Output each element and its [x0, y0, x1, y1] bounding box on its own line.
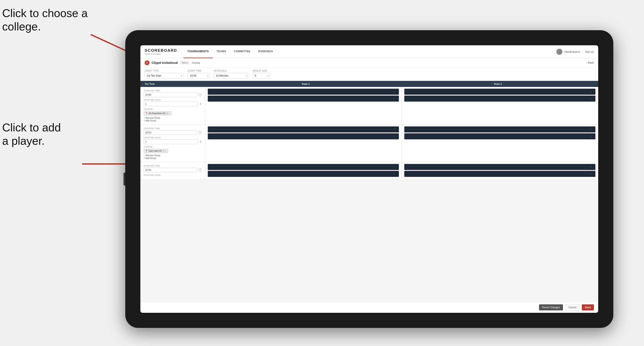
nav-tournaments[interactable]: TOURNAMENTS [184, 45, 213, 58]
hole-up-down-1[interactable]: ⇕ [200, 102, 202, 106]
group-3-left: STARTING TIME: ℹ STARTING HOLE: [140, 162, 205, 179]
group-1-team2: ✕ › ✕ › [402, 87, 598, 125]
starting-time-info-1: ℹ [198, 93, 202, 96]
col-team2: Team 2 [402, 83, 594, 85]
player-slot-3-1[interactable]: ✕ › [208, 126, 399, 133]
cancel-button[interactable]: Cancel [565, 304, 580, 311]
annotation-line4: a player. [2, 135, 45, 147]
player-slot-5-2[interactable]: ✕ › [208, 171, 399, 177]
starting-time-field-1: ℹ [144, 92, 202, 97]
player-slot-icon-chevron-1-2[interactable]: › [396, 98, 397, 100]
player-slot-icon-chevron-5-2[interactable]: › [396, 173, 397, 175]
player-slot-4-2[interactable]: ✕ › [404, 133, 596, 139]
start-type-label: Start Type [145, 70, 184, 72]
player-slot-icon-x-4-1[interactable]: ✕ [590, 128, 592, 131]
add-group-1[interactable]: + Add Group [144, 120, 202, 122]
course-tag-1[interactable]: 📍 (A) Peachtree GC ✕ › [144, 111, 172, 115]
player-slot-icon-x-5-1[interactable]: ✕ [394, 166, 395, 168]
player-slot-icon-chevron-5-1[interactable]: › [396, 166, 397, 168]
player-slot-icon-chevron-6-1[interactable]: › [593, 166, 594, 168]
player-slot-icon-x-5-2[interactable]: ✕ [394, 173, 395, 175]
starting-time-input-3[interactable] [144, 168, 197, 172]
nav-committee[interactable]: COMMITTEE [230, 45, 254, 58]
start-time-label: Start Time [188, 70, 210, 72]
table-row: STARTING TIME: ℹ STARTING HOLE: ⇕ COURSE… [140, 125, 598, 163]
tablet-side-button [124, 173, 125, 185]
player-slot-5-1[interactable]: ✕ › [208, 164, 399, 170]
intervals-info-icon: ℹ [246, 75, 247, 77]
nav-signout[interactable]: Sign out [585, 50, 594, 53]
course-tag-chevron-2[interactable]: › [166, 150, 166, 152]
starting-time-input-1[interactable] [144, 92, 197, 97]
player-slot-icon-x-6-2[interactable]: ✕ [590, 173, 592, 175]
tablet-frame: SCOREBOARD Powered by clippd TOURNAMENTS… [125, 30, 613, 328]
nav-rankings[interactable]: RANKINGS [254, 45, 277, 58]
player-slot-2-2[interactable]: ✕ › [404, 96, 596, 102]
scroll-area[interactable]: STARTING TIME: ℹ STARTING HOLE: ⇕ COURSE… [140, 87, 598, 302]
player-slot-1-2[interactable]: ✕ › [208, 96, 399, 102]
player-slot-icon-chevron-2-2[interactable]: › [593, 98, 594, 100]
player-slot-icon-x-4-2[interactable]: ✕ [590, 135, 592, 137]
group-3-team2: ✕ › ✕ › [402, 162, 598, 179]
remove-icon-1: ○ [144, 117, 145, 119]
player-slot-icon-x-1-1[interactable]: ✕ [394, 91, 395, 93]
nav-items: TOURNAMENTS TEAMS COMMITTEE RANKINGS [184, 45, 556, 58]
starting-time-label-1: STARTING TIME: [144, 90, 202, 92]
remove-group-1[interactable]: ○ Remove Group [144, 117, 202, 119]
starting-hole-input-2[interactable] [144, 139, 198, 144]
sub-header: C Clippd Invitational (Men) Hosting ‹ Ba… [140, 58, 598, 67]
annotation-line2: college. [2, 20, 41, 33]
start-type-select[interactable]: 1st Tee Start [145, 73, 184, 79]
group-2-left: STARTING TIME: ℹ STARTING HOLE: ⇕ COURSE… [140, 125, 205, 162]
player-slot-1-1[interactable]: ✕ › [208, 89, 399, 95]
annotation-line1: Click to choose a [2, 7, 88, 19]
nav-avatar [556, 49, 562, 55]
course-tag-chevron-1[interactable]: › [169, 112, 170, 115]
course-name-1: (A) Peachtree GC [148, 112, 166, 115]
brand: SCOREBOARD Powered by clippd [145, 48, 177, 55]
player-slot-6-1[interactable]: ✕ › [404, 164, 596, 170]
player-slot-icon-chevron-3-2[interactable]: › [396, 135, 397, 137]
intervals-input[interactable] [214, 73, 248, 79]
starting-hole-input-1[interactable] [144, 102, 198, 106]
group-size-select[interactable]: 3 [253, 73, 270, 79]
player-slot-icon-chevron-6-2[interactable]: › [593, 173, 594, 175]
player-slot-icon-x-1-2[interactable]: ✕ [394, 98, 395, 100]
hole-up-down-2[interactable]: ⇕ [200, 140, 202, 143]
save-button[interactable]: Save [582, 304, 594, 310]
reset-button[interactable]: Reset Changes [539, 304, 563, 310]
player-slot-icon-chevron-4-1[interactable]: › [593, 128, 594, 131]
back-button[interactable]: ‹ Back [586, 61, 594, 64]
player-slot-icon-chevron-2-1[interactable]: › [593, 91, 594, 93]
player-slot-icon-chevron-3-1[interactable]: › [396, 128, 397, 131]
course-label-2: COURSE: [144, 146, 202, 148]
course-tag-2[interactable]: 📍 East Lake GC ✕ › [144, 149, 168, 153]
player-slot-2-1[interactable]: ✕ › [404, 89, 596, 95]
start-time-input[interactable] [188, 73, 210, 79]
start-time-info-icon: ℹ [207, 75, 208, 77]
player-slot-icon-chevron-4-2[interactable]: › [593, 135, 594, 137]
player-slot-icon-x-2-1[interactable]: ✕ [590, 91, 592, 93]
clippd-logo: C [145, 60, 150, 65]
player-slot-icon-x-3-2[interactable]: ✕ [394, 135, 395, 137]
player-slot-icon-x-6-1[interactable]: ✕ [590, 166, 592, 168]
course-icon-1: 📍 [145, 112, 148, 114]
nav-teams[interactable]: TEAMS [213, 45, 230, 58]
nav-email: blair@clippd.io [564, 50, 580, 53]
nav-divider: | [582, 50, 583, 53]
annotation-line3: Click to add [2, 121, 61, 134]
player-slot-icon-x-2-2[interactable]: ✕ [590, 98, 592, 100]
player-slot-icon-x-3-1[interactable]: ✕ [394, 128, 395, 131]
player-slot-4-1[interactable]: ✕ › [404, 126, 596, 133]
add-icon-1: + [144, 120, 145, 122]
player-slot-3-2[interactable]: ✕ › [208, 133, 399, 139]
starting-time-input-2[interactable] [144, 130, 197, 135]
course-tag-remove-2[interactable]: ✕ [163, 150, 164, 152]
remove-group-label-1: Remove Group [146, 117, 160, 119]
player-slot-icon-chevron-1-1[interactable]: › [396, 91, 397, 93]
course-tag-remove-1[interactable]: ✕ [166, 112, 168, 115]
annotation-add-player: Click to add a player. [2, 121, 61, 148]
add-group-2[interactable]: + Add Group [144, 157, 202, 160]
player-slot-6-2[interactable]: ✕ › [404, 171, 596, 177]
remove-group-2[interactable]: ○ Remove Group [144, 154, 202, 157]
